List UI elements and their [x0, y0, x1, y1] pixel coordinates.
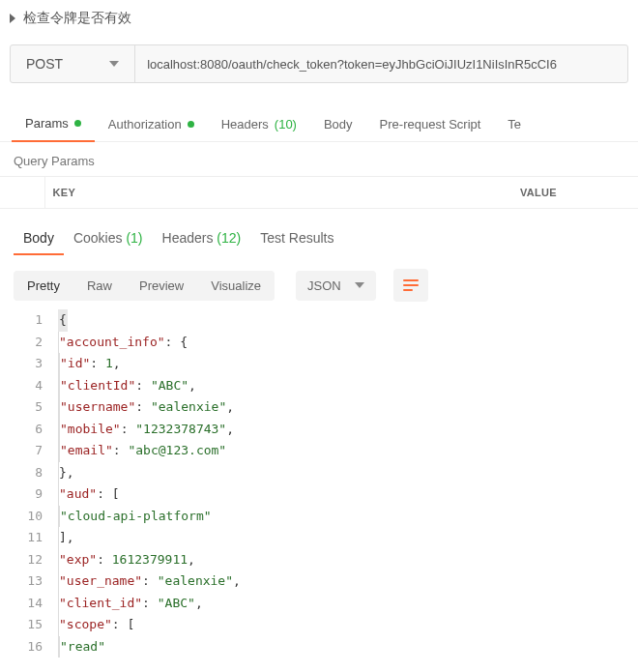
view-raw-button[interactable]: Raw [73, 271, 126, 301]
section-title: 检查令牌是否有效 [23, 10, 131, 27]
tab-prerequest[interactable]: Pre-request Script [366, 106, 495, 141]
response-toolbar: Pretty Raw Preview Visualize JSON [14, 269, 624, 302]
chevron-down-icon [109, 61, 119, 67]
tab-body[interactable]: Body [310, 106, 366, 141]
resp-tab-headers[interactable]: Headers (12) [153, 222, 251, 255]
tab-headers[interactable]: Headers (10) [208, 106, 310, 141]
http-method-label: POST [26, 56, 63, 72]
view-preview-button[interactable]: Preview [126, 271, 197, 301]
code-content: { "account_info": { "id": 1, "clientId":… [58, 309, 638, 657]
chevron-down-icon [355, 282, 364, 288]
query-params-label: Query Params [0, 142, 638, 176]
view-pretty-button[interactable]: Pretty [14, 271, 73, 301]
wrap-lines-icon [403, 279, 419, 291]
tab-params[interactable]: Params [12, 106, 95, 142]
http-method-dropdown[interactable]: POST [11, 45, 135, 82]
tab-tests[interactable]: Te [494, 106, 535, 141]
value-column-header: VALUE [512, 177, 638, 209]
section-header[interactable]: 检查令牌是否有效 [0, 0, 638, 37]
wrap-lines-button[interactable] [393, 269, 428, 302]
url-input[interactable]: localhost:8080/oauth/check_token?token=e… [135, 45, 627, 82]
key-column-header: KEY [44, 177, 512, 209]
url-bar: POST localhost:8080/oauth/check_token?to… [10, 44, 628, 83]
resp-tab-cookies[interactable]: Cookies (1) [64, 222, 153, 255]
format-dropdown[interactable]: JSON [296, 271, 376, 301]
status-dot-icon [188, 121, 194, 128]
status-dot-icon [74, 120, 81, 127]
view-mode-group: Pretty Raw Preview Visualize [14, 271, 275, 301]
response-body-editor[interactable]: 12345678910111213141516 { "account_info"… [0, 309, 638, 657]
request-tabs: Params Authorization Headers (10) Body P… [0, 106, 638, 142]
query-params-table: KEY VALUE [0, 176, 638, 209]
response-tabs: Body Cookies (1) Headers (12) Test Resul… [0, 222, 638, 255]
view-visualize-button[interactable]: Visualize [197, 271, 275, 301]
line-gutter: 12345678910111213141516 [0, 309, 58, 657]
checkbox-column [0, 177, 44, 209]
tab-authorization[interactable]: Authorization [95, 106, 208, 141]
resp-tab-body[interactable]: Body [14, 222, 64, 255]
resp-tab-testresults[interactable]: Test Results [250, 222, 343, 255]
triangle-right-icon [10, 14, 15, 23]
